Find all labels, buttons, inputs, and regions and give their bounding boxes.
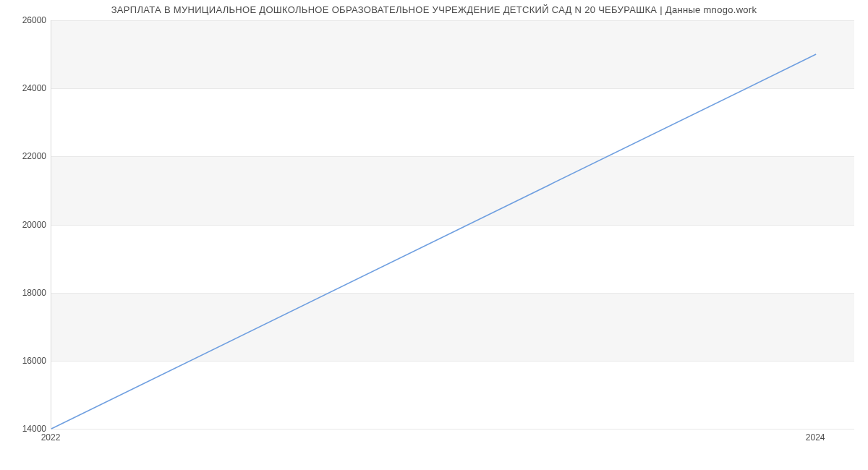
y-tick-label: 26000: [3, 15, 46, 25]
y-tick-label: 18000: [3, 288, 46, 298]
y-tick-label: 24000: [3, 83, 46, 93]
y-tick-label: 20000: [3, 220, 46, 230]
y-tick-label: 16000: [3, 356, 46, 366]
plot-area: [51, 20, 854, 430]
x-tick-label: 2024: [806, 432, 825, 443]
y-tick-label: 22000: [3, 151, 46, 161]
x-tick-label: 2022: [41, 432, 61, 443]
y-tick-label: 14000: [3, 424, 46, 434]
chart-title: ЗАРПЛАТА В МУНИЦИАЛЬНОЕ ДОШКОЛЬНОЕ ОБРАЗ…: [0, 4, 868, 15]
line-series: [51, 20, 854, 429]
chart-container: ЗАРПЛАТА В МУНИЦИАЛЬНОЕ ДОШКОЛЬНОЕ ОБРАЗ…: [0, 0, 868, 470]
